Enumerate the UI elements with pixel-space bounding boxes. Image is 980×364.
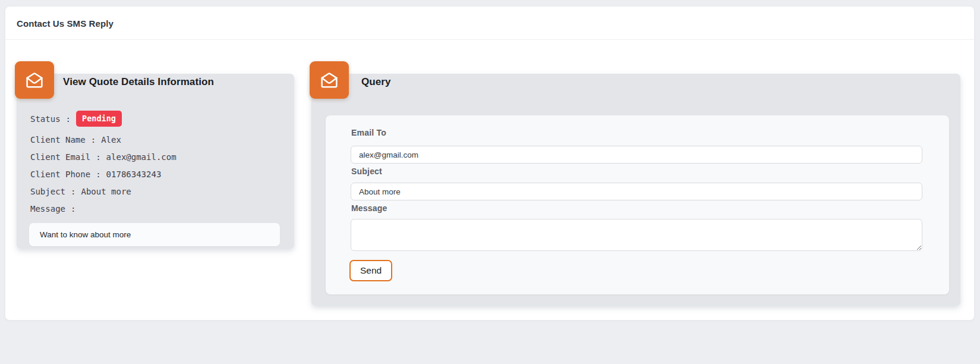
page-title: Contact Us SMS Reply — [17, 18, 114, 29]
envelope-open-glyph — [319, 70, 340, 91]
query-form: Email To Subject Message Send — [326, 115, 949, 294]
separator: : — [66, 113, 71, 125]
status-badge: Pending — [76, 111, 122, 127]
detail-row-client-email: Client Email:alex@gmail.com — [30, 151, 177, 163]
subject-row-label: Subject — [30, 186, 65, 197]
query-panel-title: Query — [361, 76, 391, 88]
separator: : — [96, 168, 100, 180]
subject-label: Subject — [351, 167, 382, 176]
envelope-open-icon — [15, 61, 54, 99]
client-phone-value: 01786343243 — [106, 168, 162, 180]
quote-message-box: Want to know about more — [29, 223, 280, 246]
detail-row-subject: Subject:About more — [30, 186, 131, 197]
message-label: Message — [351, 203, 387, 213]
main-card: Contact Us SMS Reply View Quote Details … — [5, 6, 975, 321]
client-name-value: Alex — [101, 134, 121, 146]
client-email-label: Client Email — [30, 151, 90, 163]
client-name-label: Client Name — [30, 134, 86, 146]
detail-row-status: Status:Pending — [30, 111, 122, 127]
send-button[interactable]: Send — [349, 260, 392, 281]
detail-row-client-phone: Client Phone:01786343243 — [30, 168, 161, 180]
email-to-input[interactable] — [351, 146, 922, 164]
message-row-label: Message — [30, 203, 65, 215]
separator: : — [71, 203, 75, 215]
detail-row-client-name: Client Name:Alex — [30, 134, 121, 146]
envelope-open-glyph — [24, 70, 45, 91]
detail-row-message: Message: — [30, 203, 81, 215]
status-label: Status — [30, 113, 61, 125]
email-to-label: Email To — [351, 128, 386, 137]
card-header: Contact Us SMS Reply — [5, 7, 974, 40]
envelope-open-icon — [310, 61, 349, 99]
subject-row-value: About more — [81, 186, 131, 197]
quote-panel-title: View Quote Details Information — [63, 76, 214, 88]
query-panel: Query Email To Subject Message Send — [311, 74, 960, 306]
subject-input[interactable] — [351, 183, 922, 200]
client-phone-label: Client Phone — [30, 168, 90, 180]
quote-message-text: Want to know about more — [40, 230, 131, 239]
client-email-value: alex@gmail.com — [106, 151, 177, 163]
separator: : — [96, 151, 100, 163]
quote-details-panel: View Quote Details Information Status:Pe… — [17, 74, 294, 249]
separator: : — [71, 186, 75, 197]
separator: : — [91, 134, 96, 146]
message-textarea[interactable] — [351, 219, 922, 251]
